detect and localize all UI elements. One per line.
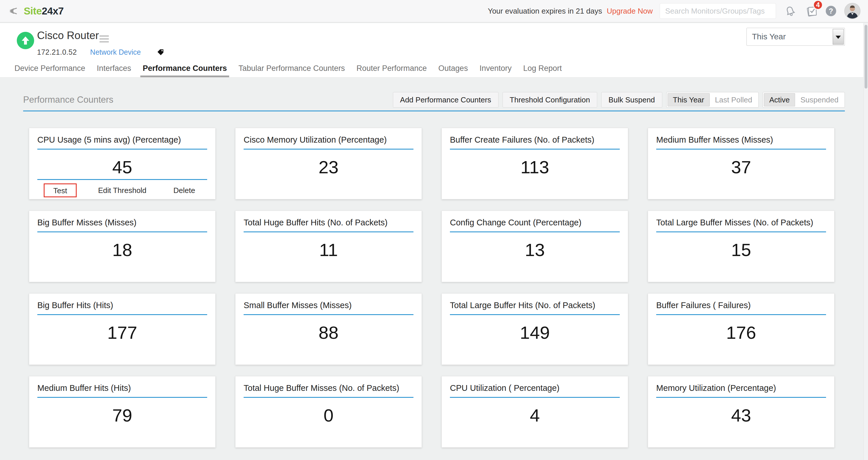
bulk-suspend-button[interactable]: Bulk Suspend [601, 92, 662, 108]
counter-title: Total Large Buffer Hits (No. of Packets) [450, 294, 620, 310]
counter-title: Medium Buffer Hits (Hits) [37, 376, 207, 393]
counter-value: 11 [244, 241, 413, 259]
tab-router-performance[interactable]: Router Performance [356, 64, 427, 77]
test-action[interactable]: Test [29, 183, 91, 197]
counter-value: 18 [37, 241, 207, 259]
tab-outages[interactable]: Outages [438, 64, 468, 77]
logo-24x7-text: 24x7 [42, 5, 64, 17]
counter-title-underline [244, 149, 413, 150]
counter-title-underline [450, 397, 620, 398]
monitor-tabs: Device PerformanceInterfacesPerformance … [14, 64, 574, 77]
counter-value: 43 [656, 406, 826, 424]
counter-value: 37 [656, 158, 826, 176]
counter-value: 88 [244, 324, 413, 342]
tab-interfaces[interactable]: Interfaces [97, 64, 131, 77]
threshold-configuration-button[interactable]: Threshold Configuration [503, 92, 597, 108]
counter-value: 176 [656, 324, 826, 342]
counter-card: Small Buffer Misses (Misses)88 [235, 294, 422, 365]
counter-card: Config Change Count (Percentage)13 [441, 211, 628, 282]
counter-title-underline [37, 232, 207, 232]
topbar: Site24x7 Your evaluation expires in 21 d… [0, 0, 868, 23]
notifications-bell-icon[interactable] [785, 5, 796, 17]
counter-title: Small Buffer Misses (Misses) [244, 294, 413, 310]
tab-inventory[interactable]: Inventory [479, 64, 512, 77]
state-toggle-option-suspended[interactable]: Suspended [795, 93, 844, 106]
counter-title: Buffer Failures ( Failures) [656, 294, 826, 310]
counter-title: Memory Utilization (Percentage) [656, 376, 826, 393]
alerts-tasks-icon[interactable]: 4 [806, 5, 818, 18]
range-toggle-option-last-polled[interactable]: Last Polled [710, 93, 757, 106]
counter-value: 45 [37, 158, 207, 176]
counter-value: 13 [450, 241, 620, 259]
counter-title: Total Huge Buffer Misses (No. of Packets… [244, 376, 413, 393]
counter-title-underline [37, 314, 207, 315]
annotation-highlight-box[interactable]: Test [44, 183, 77, 197]
upgrade-now-link[interactable]: Upgrade Now [607, 7, 653, 16]
counter-title-underline [656, 314, 826, 315]
state-toggle-option-active[interactable]: Active [764, 93, 795, 106]
counter-title: Config Change Count (Percentage) [450, 211, 620, 227]
collapse-sidebar-icon[interactable] [8, 6, 19, 16]
monitor-type-link[interactable]: Network Device [90, 48, 141, 56]
counter-card: Big Buffer Hits (Hits)177 [29, 294, 216, 365]
counter-title-underline [656, 149, 826, 150]
counter-title-underline [656, 397, 826, 398]
status-up-icon [17, 32, 34, 49]
content-area: Performance Counters Add Performance Cou… [0, 78, 868, 460]
counter-title-underline [244, 232, 413, 232]
toolbar: Performance Counters Add Performance Cou… [23, 92, 845, 108]
tab-performance-counters[interactable]: Performance Counters [143, 64, 227, 77]
counter-title: Total Large Buffer Misses (No. of Packet… [656, 211, 826, 227]
search-input[interactable] [660, 3, 776, 19]
counter-actions-divider [37, 179, 207, 180]
tab-tabular-performance-counters[interactable]: Tabular Performance Counters [239, 64, 345, 77]
notification-count-badge: 4 [813, 0, 823, 10]
site24x7-logo[interactable]: Site24x7 [24, 5, 64, 17]
range-toggle: This YearLast Polled [666, 92, 758, 108]
counter-title: Buffer Create Failures (No. of Packets) [450, 128, 620, 145]
counter-card: Big Buffer Misses (Misses)18 [29, 211, 216, 282]
page-scrollbar[interactable] [863, 23, 868, 460]
counter-card: CPU Utilization ( Percentage)4 [441, 376, 628, 448]
counter-title-underline [450, 149, 620, 150]
counter-card: Medium Buffer Misses (Misses)37 [648, 128, 834, 200]
monitor-menu-icon[interactable] [99, 35, 109, 44]
edit-threshold-action[interactable]: Edit Threshold [91, 183, 153, 197]
add-performance-counters-button[interactable]: Add Performance Counters [393, 92, 498, 108]
counter-title: Cisco Memory Utilization (Percentage) [244, 128, 413, 145]
help-icon[interactable]: ? [826, 6, 836, 16]
counter-value: 79 [37, 406, 207, 424]
counter-title: CPU Utilization ( Percentage) [450, 376, 620, 393]
counter-value: 177 [37, 324, 207, 342]
counter-title-underline [450, 232, 620, 232]
topbar-right: Your evaluation expires in 21 days Upgra… [488, 3, 861, 19]
evaluation-expiry-text: Your evaluation expires in 21 days [488, 7, 602, 16]
tab-device-performance[interactable]: Device Performance [14, 64, 85, 77]
state-toggle: ActiveSuspended [763, 92, 845, 108]
counter-value: 4 [450, 406, 620, 424]
counter-title-underline [244, 314, 413, 315]
range-toggle-option-this-year[interactable]: This Year [668, 93, 710, 106]
counters-grid: CPU Usage (5 mins avg) (Percentage)45Tes… [29, 128, 834, 448]
counter-title-underline [450, 314, 620, 315]
logo-site-text: Site [24, 5, 42, 17]
scrollbar-thumb[interactable] [865, 25, 867, 89]
counter-value: 113 [450, 158, 620, 176]
tags-icon[interactable] [157, 48, 164, 56]
counter-title: CPU Usage (5 mins avg) (Percentage) [37, 128, 207, 145]
time-range-value: This Year [752, 28, 786, 45]
monitor-header: Cisco Router 172.21.0.52 Network Device … [0, 23, 868, 78]
time-range-select[interactable]: This Year [746, 28, 845, 46]
section-heading: Performance Counters [23, 92, 114, 108]
counter-card: Memory Utilization (Percentage)43 [648, 376, 834, 448]
counter-title-underline [37, 397, 207, 398]
delete-action[interactable]: Delete [153, 183, 215, 197]
user-avatar[interactable] [844, 3, 861, 19]
counter-value: 23 [244, 158, 413, 176]
counter-actions: TestEdit ThresholdDelete [29, 183, 215, 197]
counter-title: Big Buffer Misses (Misses) [37, 211, 207, 227]
counter-title: Medium Buffer Misses (Misses) [656, 128, 826, 145]
counter-value: 149 [450, 324, 620, 342]
toolbar-controls: Add Performance CountersThreshold Config… [389, 92, 845, 108]
tab-log-report[interactable]: Log Report [523, 64, 562, 77]
